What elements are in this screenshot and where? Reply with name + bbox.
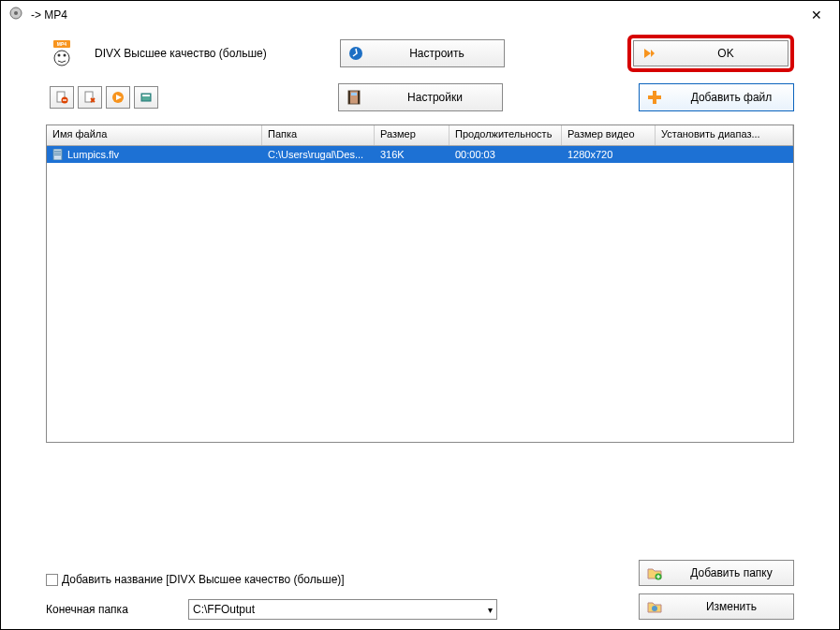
output-folder-label: Конечная папка [46,603,177,616]
col-vsize[interactable]: Размер видео [562,125,656,145]
chevron-down-icon: ▾ [488,605,493,615]
titlebar: -> MP4 ✕ [1,1,839,29]
ok-highlight: OK [627,35,794,72]
svg-point-5 [58,54,61,57]
svg-point-26 [652,606,657,611]
folder-icon [643,595,666,618]
bottom-area: Добавить название [DIVX Высшее качество … [46,573,794,620]
cell-range [656,146,793,163]
svg-point-1 [14,11,18,15]
settings-label: Настройки [369,91,502,104]
mp4-profile-icon: MP4 [50,38,80,68]
file-icon [52,149,64,160]
svg-point-6 [64,54,66,57]
svg-rect-24 [54,154,61,155]
cell-filename: Lumpics.flv [47,146,262,163]
table-header: Имя файла Папка Размер Продолжительность… [47,125,793,146]
table-row[interactable]: Lumpics.flv C:\Users\rugal\Des... 316K 0… [47,146,793,163]
svg-text:MP4: MP4 [57,41,67,47]
output-folder-select[interactable]: C:\FFOutput ▾ [188,599,497,620]
play-button[interactable] [106,86,130,109]
col-size[interactable]: Размер [375,125,449,145]
svg-rect-14 [142,95,150,96]
col-duration[interactable]: Продолжительность [449,125,562,145]
col-folder[interactable]: Папка [262,125,375,145]
app-icon [8,6,23,24]
cell-vsize: 1280x720 [562,146,656,163]
remove-button[interactable] [50,86,74,109]
cell-duration: 00:00:03 [449,146,562,163]
svg-point-4 [54,51,69,66]
configure-label: Настроить [371,47,504,60]
clear-button[interactable] [78,86,102,109]
toolbar-row1: MP4 DIVX Высшее качество (больше) Настро… [1,29,839,78]
settings-button[interactable]: Настройки [338,83,503,111]
toolbar-row2: Настройки Добавить файл [1,78,839,117]
add-file-label: Добавить файл [670,91,793,104]
svg-rect-17 [358,91,360,104]
titlebar-left: -> MP4 [8,6,67,24]
info-button[interactable] [134,86,158,109]
col-range[interactable]: Установить диапаз... [656,125,793,145]
svg-rect-16 [348,91,350,104]
plus-icon [643,86,666,109]
arrow-right-icon [638,42,660,65]
add-name-label: Добавить название [DIVX Высшее качество … [62,573,345,586]
configure-button[interactable]: Настроить [340,39,505,67]
col-filename[interactable]: Имя файла [47,125,262,145]
file-table: Имя файла Папка Размер Продолжительность… [46,125,794,443]
close-button[interactable]: ✕ [802,4,832,26]
ok-label: OK [664,47,788,60]
svg-rect-22 [54,151,61,152]
cell-folder: C:\Users\rugal\Des... [262,146,375,163]
add-folder-label: Добавить папку [670,566,793,579]
svg-rect-23 [54,153,61,154]
svg-rect-10 [63,99,66,100]
add-name-checkbox[interactable] [46,574,58,586]
bottom-right-buttons: Добавить папку Изменить [639,560,794,620]
cell-filename-text: Lumpics.flv [67,149,119,160]
profile-label: DIVX Высшее качество (больше) [95,47,267,60]
svg-rect-20 [648,95,661,99]
change-label: Изменить [670,600,793,613]
output-folder-value: C:\FFOutput [193,603,255,616]
ok-button[interactable]: OK [633,40,788,66]
gear-icon [345,42,367,65]
add-file-button[interactable]: Добавить файл [639,83,794,111]
small-buttons [50,86,158,109]
cell-size: 316K [375,146,449,163]
window-title: -> MP4 [31,8,67,22]
folder-add-icon [643,562,666,584]
change-button[interactable]: Изменить [639,593,794,620]
add-folder-button[interactable]: Добавить папку [639,560,794,586]
film-icon [343,86,365,109]
svg-rect-18 [351,93,357,95]
